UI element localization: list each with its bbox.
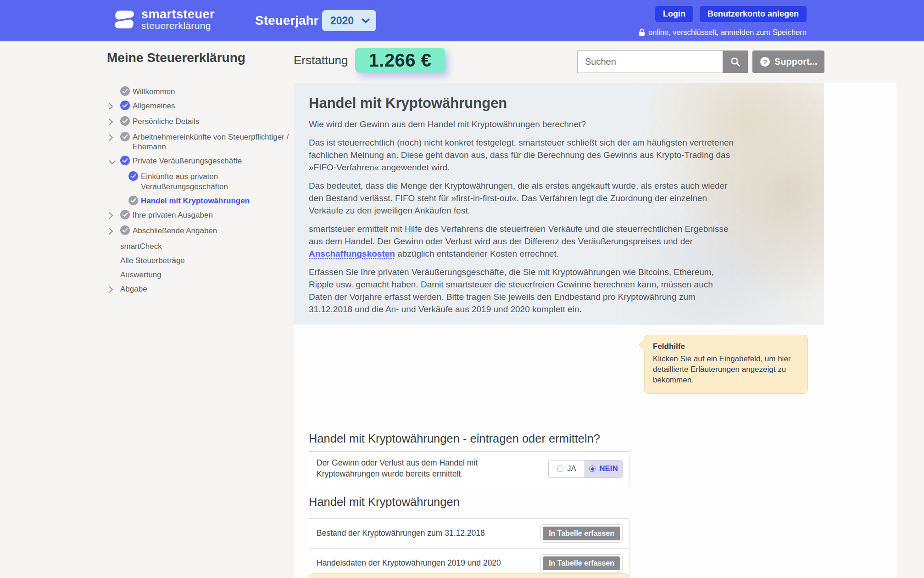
radio-option-nein[interactable]: NEIN [584, 460, 622, 477]
smartsteuer-logo[interactable]: smartsteuer steuererklärung [113, 8, 215, 31]
search-area [577, 51, 748, 73]
lock-icon [639, 28, 645, 36]
anschaffungskosten-link[interactable]: Anschaffungskosten [309, 249, 395, 258]
search-button[interactable] [723, 51, 748, 73]
sidebar-item-einkuenfte-private-veraeusserung[interactable]: Einkünfte aus privaten Veräußerungsgesch… [109, 171, 303, 191]
radio-option-ja[interactable]: JA [549, 460, 584, 477]
chevron-right-icon[interactable] [109, 103, 113, 110]
login-button[interactable]: Login [655, 6, 693, 22]
check-circle-icon [120, 132, 130, 141]
sidebar-item-auswertung[interactable]: Auswertung [109, 269, 303, 280]
sidebar-item-abschliessende-angaben[interactable]: Abschließende Angaben [109, 225, 303, 237]
support-button[interactable]: ? Support... [752, 51, 824, 73]
check-circle-icon [120, 225, 130, 235]
question-box: Der Gewinn oder Verlust aus dem Handel m… [309, 451, 629, 486]
intro-question: Wie wird der Gewinn aus dem Handel mit K… [309, 118, 736, 131]
check-circle-icon [120, 156, 130, 165]
taxyear-dropdown[interactable]: 2020 [322, 10, 376, 31]
header-account-actions: Login Benutzerkonto anlegen [655, 6, 807, 22]
help-icon: ? [760, 56, 770, 67]
row-label: Bestand der Kryptowährungen zum 31.12.20… [317, 528, 485, 539]
sidebar-item-persoenliche-details[interactable]: Persönliche Details [109, 116, 303, 128]
smartsteuer-app: smartsteuer steuererklärung Steuerjahr 2… [0, 0, 924, 578]
radio-circle-icon[interactable] [589, 466, 596, 472]
sidebar-item-allgemeines[interactable]: Allgemeines [109, 101, 303, 112]
section-heading-handel-mit-kryptowaehrungen: Handel mit Kryptowährungen [309, 495, 460, 509]
question-row: Der Gewinn oder Verlust aus dem Handel m… [309, 452, 629, 486]
handelsdaten-table-button[interactable]: In Tabelle erfassen [543, 556, 620, 570]
feldhilfe-text: Klicken Sie auf ein Eingabefeld, um hier… [653, 354, 799, 386]
chevron-slot [109, 86, 120, 88]
intro-paragraph: smartsteuer ermittelt mit Hilfe des Verf… [309, 223, 736, 260]
sidebar-item-label: Abgabe [120, 284, 303, 294]
sidebar-item-handel-mit-kryptowaehrungen[interactable]: Handel mit Kryptowährungen [109, 196, 303, 206]
search-input[interactable] [577, 51, 723, 73]
sidebar-item-smartcheck[interactable]: smartCheck [109, 241, 303, 251]
intro-paragraph: Das bedeutet, dass die Menge der Kryptow… [309, 180, 736, 217]
radio-label: JA [567, 464, 576, 473]
sidebar-item-label: smartCheck [120, 241, 303, 251]
sidebar-item-private-veraeusserungsgeschaefte[interactable]: Private Veräußerungsgeschäfte [109, 156, 303, 167]
info-box-partial [309, 573, 629, 578]
section-heading-eintragen-oder-ermitteln: Handel mit Kryptowährungen - eintragen o… [309, 432, 600, 445]
support-button-label: Support... [774, 56, 817, 67]
check-circle-icon [120, 86, 130, 96]
radio-circle-icon[interactable] [557, 466, 563, 472]
intro-paragraph: Das ist steuerrechtlich (noch) nicht kon… [309, 137, 736, 174]
sidebar-item-alle-steuerbetraege[interactable]: Alle Steuerbeträge [109, 255, 303, 265]
logo-line-2: steuererklärung [141, 21, 215, 31]
chevron-right-icon[interactable] [109, 212, 113, 219]
refund-label: Erstattung [294, 48, 348, 73]
ja-nein-toggle: JA NEIN [548, 460, 623, 478]
taxyear-label: Steuerjahr [255, 0, 319, 41]
chevron-right-icon[interactable] [109, 118, 113, 125]
table-row: Bestand der Kryptowährungen zum 31.12.20… [309, 519, 629, 548]
tax-return-navigation: Willkommen Allgemeines Persönliche Detai… [109, 86, 303, 299]
chevron-right-icon[interactable] [109, 134, 113, 141]
bestand-table-button[interactable]: In Tabelle erfassen [543, 527, 620, 540]
sidebar-item-label: Abschließende Angaben [133, 225, 303, 236]
check-circle-icon [120, 210, 130, 219]
row-label: Handelsdaten der Kryptowährungen 2019 un… [317, 558, 501, 569]
refund-amount-badge: 1.266 € [355, 48, 445, 73]
topic-intro-panel: Handel mit Kryptowährungen Wie wird der … [294, 83, 824, 325]
check-circle-icon [128, 196, 138, 205]
question-label: Der Gewinn oder Verlust aus dem Handel m… [317, 458, 532, 479]
feldhilfe-help-box: Feldhilfe Klicken Sie auf ein Eingabefel… [644, 335, 808, 394]
chevron-right-icon[interactable] [109, 228, 113, 235]
paragraph-text: abzüglich entstandener Kosten errechnet. [395, 249, 559, 258]
secure-note: online, verschlüsselt, anmelden zum Spei… [639, 28, 807, 37]
page-title: Meine Steuererklärung [107, 51, 245, 65]
sidebar-item-label: Auswertung [120, 269, 303, 280]
topic-title: Handel mit Kryptowährungen [309, 95, 736, 112]
crypto-data-box: Bestand der Kryptowährungen zum 31.12.20… [309, 518, 629, 578]
paragraph-text: smartsteuer ermittelt mit Hilfe des Verf… [309, 224, 729, 246]
main-content-panel: Handel mit Kryptowährungen Wie wird der … [294, 83, 896, 578]
check-circle-icon [120, 116, 130, 126]
logo-line-1: smartsteuer [141, 8, 215, 21]
handelsdaten-table-button-frame[interactable]: In Tabelle erfassen [540, 554, 623, 572]
bestand-table-button-frame[interactable]: In Tabelle erfassen [540, 524, 623, 543]
feldhilfe-title: Feldhilfe [653, 342, 799, 351]
svg-text:?: ? [763, 58, 767, 66]
check-circle-icon [120, 101, 130, 110]
check-circle-icon [128, 171, 138, 181]
sidebar-item-label: Arbeitnehmereinkünfte von Steuerpflichti… [133, 132, 303, 152]
smartsteuer-logo-text: smartsteuer steuererklärung [141, 8, 215, 31]
radio-label: NEIN [599, 464, 618, 473]
sidebar-item-willkommen[interactable]: Willkommen [109, 86, 303, 96]
sidebar-item-abgabe[interactable]: Abgabe [109, 284, 303, 295]
smartsteuer-logo-icon [113, 8, 136, 31]
create-account-button[interactable]: Benutzerkonto anlegen [700, 6, 807, 22]
chevron-down-icon[interactable] [109, 160, 116, 165]
sidebar-item-label: Ihre privaten Ausgaben [133, 210, 303, 220]
chevron-right-icon[interactable] [109, 286, 113, 293]
sidebar-item-arbeitnehmereinkuenfte[interactable]: Arbeitnehmereinkünfte von Steuerpflichti… [109, 132, 303, 152]
sidebar-item-label: Willkommen [133, 86, 303, 96]
secure-note-text: online, verschlüsselt, anmelden zum Spei… [648, 28, 807, 37]
topic-intro-content: Handel mit Kryptowährungen Wie wird der … [309, 95, 736, 322]
sidebar-item-ihre-privaten-ausgaben[interactable]: Ihre privaten Ausgaben [109, 210, 303, 221]
search-icon [730, 56, 741, 67]
top-header-bar: smartsteuer steuererklärung Steuerjahr 2… [0, 0, 924, 41]
sidebar-item-label: Allgemeines [133, 101, 303, 111]
